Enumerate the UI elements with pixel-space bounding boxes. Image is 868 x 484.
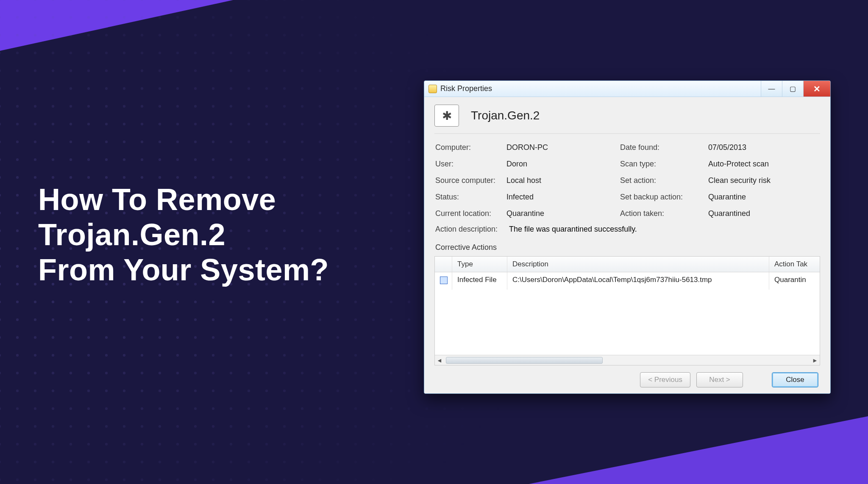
value-user: Doron [506, 160, 617, 169]
promo-headline: How To Remove Trojan.Gen.2 From Your Sys… [38, 182, 329, 287]
label-scan-type: Scan type: [620, 160, 705, 169]
action-description-row: Action description: The file was quarant… [434, 221, 820, 241]
label-computer: Computer: [435, 143, 503, 152]
minimize-button[interactable]: — [761, 81, 782, 97]
threat-name: Trojan.Gen.2 [471, 109, 540, 122]
close-button[interactable]: Close [772, 372, 818, 387]
value-status: Infected [506, 193, 617, 202]
col-description-header[interactable]: Description [507, 257, 769, 272]
label-current-location: Current location: [435, 209, 503, 218]
table-body: Infected File C:\Users\Doron\AppData\Loc… [435, 272, 820, 355]
value-current-location: Quarantine [506, 209, 617, 218]
headline-line-1: How To Remove [38, 182, 329, 217]
row-description: C:\Users\Doron\AppData\Local\Temp\1qsj6m… [507, 272, 769, 290]
row-file-icon [435, 272, 452, 290]
label-set-backup-action: Set backup action: [620, 193, 705, 202]
value-source-computer: Local host [506, 176, 617, 185]
headline-line-2: Trojan.Gen.2 [38, 217, 329, 252]
label-user: User: [435, 160, 503, 169]
value-action-taken: Quarantined [708, 209, 820, 218]
virus-icon [434, 105, 459, 127]
window-client-area: Trojan.Gen.2 Computer: DORON-PC Date fou… [424, 97, 830, 393]
threat-header: Trojan.Gen.2 [434, 105, 820, 134]
properties-grid: Computer: DORON-PC Date found: 07/05/201… [434, 134, 820, 221]
table-row[interactable]: Infected File C:\Users\Doron\AppData\Loc… [435, 272, 820, 290]
table-horizontal-scrollbar[interactable]: ◄ ► [435, 355, 820, 365]
col-type-header[interactable]: Type [452, 257, 507, 272]
previous-button[interactable]: < Previous [640, 372, 690, 387]
label-action-description: Action description: [435, 225, 503, 234]
value-scan-type: Auto-Protect scan [708, 160, 820, 169]
maximize-button[interactable]: ▢ [782, 81, 803, 97]
label-status: Status: [435, 193, 503, 202]
next-button[interactable]: Next > [696, 372, 743, 387]
value-action-description: The file was quarantined successfully. [509, 225, 637, 234]
corrective-actions-title: Corrective Actions [434, 241, 820, 256]
scroll-right-arrow-icon[interactable]: ► [810, 357, 820, 364]
promo-stage: How To Remove Trojan.Gen.2 From Your Sys… [0, 0, 868, 484]
row-action: Quarantin [769, 272, 820, 290]
value-computer: DORON-PC [506, 143, 617, 152]
window-titlebar[interactable]: Risk Properties — ▢ ✕ [424, 81, 830, 97]
value-set-action: Clean security risk [708, 176, 820, 185]
label-date-found: Date found: [620, 143, 705, 152]
label-source-computer: Source computer: [435, 176, 503, 185]
col-icon-header[interactable] [435, 257, 452, 272]
scroll-thumb[interactable] [446, 357, 603, 364]
dialog-footer: < Previous Next > Close [434, 365, 820, 387]
risk-properties-window: Risk Properties — ▢ ✕ Trojan.Gen.2 Compu… [424, 80, 831, 394]
label-set-action: Set action: [620, 176, 705, 185]
window-buttons: — ▢ ✕ [761, 81, 830, 97]
corrective-actions-table: Type Description Action Tak Infected Fil… [434, 256, 820, 365]
window-title: Risk Properties [440, 84, 492, 93]
row-type: Infected File [452, 272, 507, 290]
close-window-button[interactable]: ✕ [803, 81, 830, 97]
col-action-header[interactable]: Action Tak [769, 257, 820, 272]
table-header: Type Description Action Tak [435, 257, 820, 272]
app-icon [428, 85, 437, 93]
value-set-backup-action: Quarantine [708, 193, 820, 202]
headline-line-3: From Your System? [38, 252, 329, 288]
value-date-found: 07/05/2013 [708, 143, 820, 152]
label-action-taken: Action taken: [620, 209, 705, 218]
scroll-left-arrow-icon[interactable]: ◄ [435, 357, 444, 364]
